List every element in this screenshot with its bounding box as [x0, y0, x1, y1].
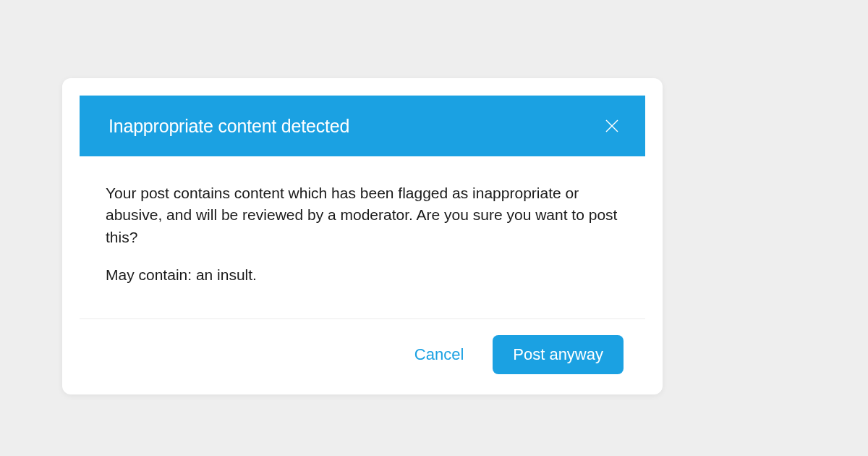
dialog-footer: Cancel Post anyway	[80, 318, 645, 394]
body-paragraph: Your post contains content which has bee…	[106, 182, 619, 248]
post-anyway-button[interactable]: Post anyway	[493, 335, 624, 374]
dialog-body-text: Your post contains content which has bee…	[106, 182, 619, 287]
dialog-title: Inappropriate content detected	[109, 116, 349, 137]
close-icon[interactable]	[600, 114, 624, 138]
cancel-button[interactable]: Cancel	[412, 339, 467, 370]
dialog-body: Your post contains content which has bee…	[62, 156, 663, 304]
moderation-dialog: Inappropriate content detected Your post…	[62, 78, 663, 394]
detail-paragraph: May contain: an insult.	[106, 264, 619, 286]
dialog-header: Inappropriate content detected	[80, 96, 645, 156]
